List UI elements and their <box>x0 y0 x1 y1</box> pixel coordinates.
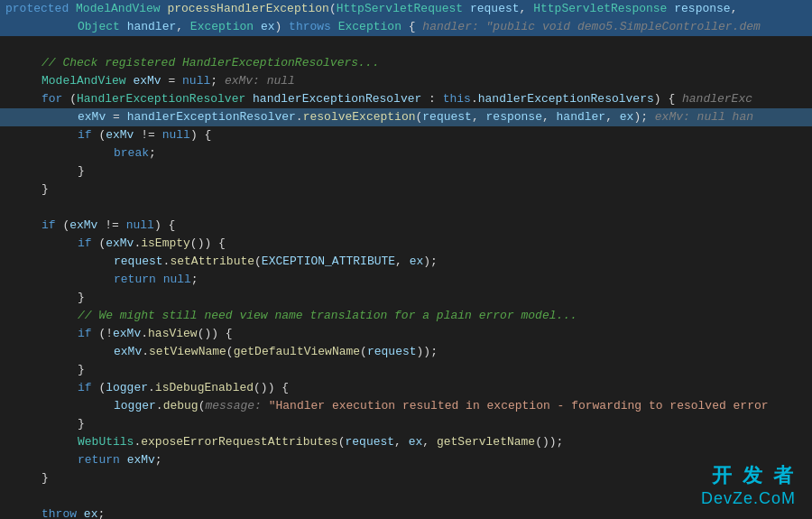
code-line-21: } <box>0 361 812 379</box>
code-line-23: logger.debug(message: "Handler execution… <box>0 397 812 415</box>
code-line-2: Object handler, Exception ex) throws Exc… <box>0 18 812 36</box>
code-line-7: exMv = handlerExceptionResolver.resolveE… <box>0 108 812 126</box>
code-line-26: return exMv; <box>0 451 812 469</box>
code-line-8: if (exMv != null) { <box>0 126 812 144</box>
code-area: protected ModelAndView processHandlerExc… <box>0 0 812 519</box>
code-line-6: for (HandlerExceptionResolver handlerExc… <box>0 90 812 108</box>
code-line-22: if (logger.isDebugEnabled()) { <box>0 379 812 397</box>
code-line-28 <box>0 487 812 505</box>
code-line-4: // Check registered HandlerExceptionReso… <box>0 54 812 72</box>
code-line-11: } <box>0 181 812 199</box>
code-line-29: throw ex; <box>0 505 812 519</box>
code-line-3 <box>0 36 812 54</box>
code-line-1: protected ModelAndView processHandlerExc… <box>0 0 812 18</box>
code-line-15: request.setAttribute(EXCEPTION_ATTRIBUTE… <box>0 253 812 271</box>
code-line-9: break; <box>0 144 812 162</box>
code-line-25: WebUtils.exposeErrorRequestAttributes(re… <box>0 433 812 451</box>
watermark-domain: DevZe.CoM <box>701 489 796 508</box>
code-line-10: } <box>0 162 812 181</box>
watermark: 开 发 者 DevZe.CoM <box>701 462 796 508</box>
code-line-18: // We might still need view name transla… <box>0 307 812 325</box>
code-line-27: } <box>0 469 812 487</box>
watermark-chinese: 开 发 者 <box>701 462 796 489</box>
code-line-12 <box>0 199 812 217</box>
code-line-20: exMv.setViewName(getDefaultViewName(requ… <box>0 343 812 361</box>
code-line-24: } <box>0 415 812 433</box>
code-line-5: ModelAndView exMv = null; exMv: null <box>0 72 812 90</box>
code-line-16: return null; <box>0 271 812 289</box>
code-line-13: if (exMv != null) { <box>0 217 812 235</box>
code-line-17: } <box>0 289 812 307</box>
code-line-19: if (!exMv.hasView()) { <box>0 325 812 343</box>
code-line-14: if (exMv.isEmpty()) { <box>0 235 812 253</box>
code-editor: protected ModelAndView processHandlerExc… <box>0 0 812 519</box>
